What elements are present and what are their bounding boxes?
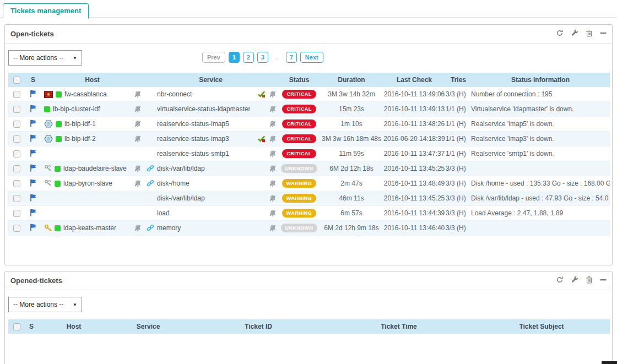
refresh-icon[interactable] — [556, 29, 564, 37]
col-host[interactable]: Host — [41, 73, 143, 87]
row-checkbox[interactable] — [13, 91, 20, 98]
table-row: lb-bip-idf-1 realservice-status-imap5 — [8, 117, 610, 132]
host-link[interactable]: ldap-baudelaire-slave — [63, 165, 127, 172]
last-check-cell: 2016-10-11 13:46:40 — [383, 221, 446, 236]
row-checkbox[interactable] — [13, 121, 20, 128]
col-ticket-id[interactable]: Ticket ID — [192, 319, 324, 334]
row-checkbox[interactable] — [13, 225, 20, 232]
link-icon[interactable] — [146, 165, 154, 172]
status-badge: UNKNOWN — [281, 164, 318, 173]
col-status-information[interactable]: Status information — [471, 73, 610, 87]
flag-icon — [30, 134, 36, 142]
duration-cell: 6M 2d 12h 18s — [320, 161, 383, 176]
host-up-indicator — [56, 136, 62, 142]
service-link[interactable]: memory — [157, 224, 181, 232]
host-notifications-muted-icon — [133, 90, 142, 98]
col-tries[interactable]: Tries — [446, 73, 471, 87]
host-link[interactable]: lb-bip-cluster-idf — [53, 105, 100, 113]
link-icon[interactable] — [146, 224, 154, 232]
pagination-3[interactable]: 3 — [257, 52, 268, 63]
host-link[interactable]: lb-bip-idf-1 — [64, 120, 96, 128]
pagination-1[interactable]: 1 — [229, 52, 240, 63]
row-checkbox[interactable] — [13, 150, 20, 157]
link-icon[interactable] — [146, 180, 154, 187]
select-all-checkbox[interactable] — [13, 77, 20, 84]
flag-icon — [30, 209, 36, 216]
tries-cell: 3/3 (H) — [446, 191, 471, 206]
status-information-cell: Realservice 'imap5' is down. — [471, 117, 610, 132]
status-badge: CRITICAL — [282, 134, 316, 143]
row-checkbox[interactable] — [13, 210, 20, 217]
row-checkbox[interactable] — [13, 195, 20, 202]
table-row: ldap-baudelaire-slave disk-/var/lib/ldap — [8, 161, 610, 176]
service-link[interactable]: load — [157, 209, 170, 217]
more-actions-select[interactable]: -- More actions -- ▼ — [8, 50, 82, 66]
pagination-prev[interactable]: Prev — [202, 52, 225, 63]
panel-toolbar — [556, 276, 607, 284]
service-link[interactable]: disk-/var/lib/ldap — [157, 194, 205, 202]
trash-icon[interactable] — [586, 29, 593, 37]
more-actions-label: -- More actions -- — [13, 301, 63, 308]
open-tickets-body: fw-casablanca nbr-connect — [8, 87, 610, 236]
service-link[interactable]: virtualservice-status-ldapmaster — [157, 105, 250, 113]
wrench-icon[interactable] — [571, 29, 578, 37]
col-ticket-time[interactable]: Ticket Time — [324, 319, 473, 334]
host-notifications-muted-icon — [133, 165, 142, 172]
wrench-icon[interactable] — [571, 276, 578, 284]
row-checkbox[interactable] — [13, 135, 20, 143]
col-host[interactable]: Host — [44, 319, 104, 334]
host-link[interactable]: fw-casablanca — [64, 90, 107, 98]
host-notifications-muted-icon — [133, 120, 142, 128]
status-badge: WARNING — [282, 209, 316, 218]
open-tickets-toolbar: -- More actions -- ▼ Prev123..7Next — [8, 50, 609, 66]
col-s[interactable]: S — [25, 319, 44, 334]
pagination-ellipsis: .. — [272, 52, 283, 63]
trash-icon[interactable] — [586, 276, 593, 284]
col-service[interactable]: Service — [143, 73, 278, 87]
pagination-2[interactable]: 2 — [243, 52, 254, 63]
col-ticket-subject[interactable]: Ticket Subject — [473, 319, 610, 334]
col-last-check[interactable]: Last Check — [383, 73, 446, 87]
host-link[interactable]: lb-bip-idf-2 — [64, 135, 96, 143]
opened-tickets-panel: Opened-tickets -- More actions -- ▼ — [4, 271, 613, 364]
col-s[interactable]: S — [25, 73, 41, 87]
pagination-7[interactable]: 7 — [286, 52, 297, 63]
acknowledged-icon — [257, 90, 266, 98]
table-row: fw-casablanca nbr-connect — [8, 87, 610, 102]
row-checkbox[interactable] — [13, 180, 20, 187]
row-checkbox[interactable] — [13, 106, 20, 113]
service-notifications-muted-icon — [268, 120, 277, 128]
status-badge: UNKNOWN — [281, 224, 318, 232]
service-link[interactable]: realservice-status-imap5 — [157, 120, 229, 128]
status-information-cell: Realservice 'smtp1' is down. — [471, 146, 610, 161]
opened-tickets-table: S Host Service Ticket ID Ticket Time Tic… — [8, 319, 610, 334]
col-status[interactable]: Status — [278, 73, 320, 87]
horizontal-scrollbar-thumb[interactable] — [602, 361, 617, 364]
pagination-next[interactable]: Next — [300, 52, 323, 63]
keys-icon — [44, 180, 52, 187]
service-link[interactable]: disk-/var/lib/ldap — [157, 165, 205, 172]
collapse-icon[interactable] — [600, 276, 607, 284]
last-check-cell: 2016-10-11 13:48:26 — [383, 117, 446, 132]
duration-cell: 46m 11s — [320, 191, 383, 206]
chevron-down-icon: ▼ — [73, 302, 77, 307]
tab-tickets-management[interactable]: Tickets management — [3, 3, 89, 19]
service-link[interactable]: nbr-connect — [157, 90, 192, 98]
flag-icon — [30, 194, 36, 202]
more-actions-select[interactable]: -- More actions -- ▼ — [8, 297, 82, 312]
last-check-cell: 2016-10-11 13:49:13 — [383, 102, 446, 117]
status-information-cell: Disk /var/lib/ldap - used : 47.93 Go - s… — [471, 191, 610, 206]
collapse-icon[interactable] — [600, 29, 607, 37]
host-link[interactable]: ldap-keats-master — [63, 224, 116, 232]
col-duration[interactable]: Duration — [320, 73, 383, 87]
service-link[interactable]: realservice-status-smtp1 — [157, 150, 229, 157]
host-notifications-muted-icon — [133, 224, 142, 232]
host-link[interactable]: ldap-byron-slave — [63, 180, 112, 187]
service-link[interactable]: realservice-status-imap3 — [157, 135, 229, 143]
row-checkbox[interactable] — [13, 165, 20, 172]
tries-cell: 1/1 (H) — [446, 102, 471, 117]
col-service[interactable]: Service — [104, 319, 192, 334]
refresh-icon[interactable] — [556, 276, 564, 284]
select-all-checkbox[interactable] — [13, 323, 20, 330]
service-link[interactable]: disk-/home — [157, 180, 190, 187]
